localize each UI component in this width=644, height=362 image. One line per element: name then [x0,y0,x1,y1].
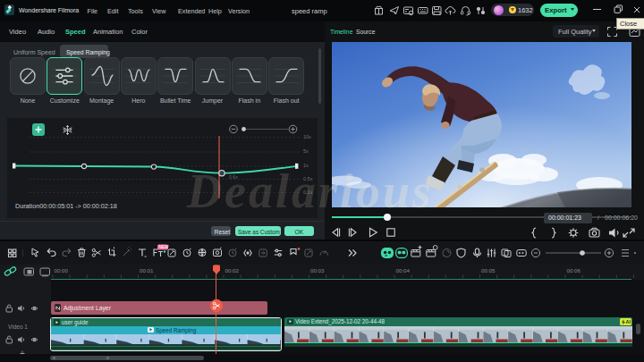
svg-text:00:00: 00:00 [55,267,69,274]
svg-text:00:04: 00:04 [396,267,411,274]
svg-text:00:03: 00:03 [310,267,325,274]
svg-text:NEW: NEW [159,245,169,249]
svg-text:00:06: 00:06 [567,267,581,274]
svg-text:00:05: 00:05 [481,267,496,274]
svg-text:00:01: 00:01 [140,267,154,274]
svg-text:00:02: 00:02 [225,267,240,274]
